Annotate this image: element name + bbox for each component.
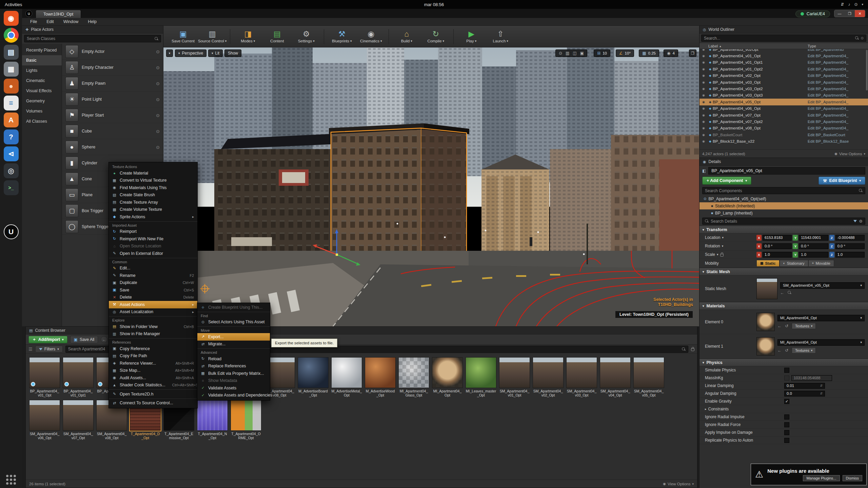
menu-help[interactable]: Help: [83, 19, 101, 24]
dock-item-ubuntu[interactable]: ◉: [4, 11, 19, 26]
material-combo[interactable]: MI_Apartment04_Opt▾: [777, 315, 865, 321]
edit-blueprint-link[interactable]: Edit BP_Apartment04_: [808, 80, 868, 85]
place-actor-player-start[interactable]: ⚑Player Start⊙: [62, 107, 163, 123]
component-row[interactable]: ■BP_Lamp (Inherited): [699, 209, 868, 217]
menu-item-show-in-file-manager[interactable]: ▥Show in File Manager: [109, 330, 197, 338]
menu-item-asset-actions[interactable]: ⚒Asset Actions▸: [109, 301, 197, 308]
use-selected-icon[interactable]: ←: [777, 324, 782, 328]
visibility-eye-icon[interactable]: ◉: [699, 107, 708, 110]
location-x-input[interactable]: 6153.8183: [763, 235, 792, 241]
transform-section-header[interactable]: ▾Transform: [699, 226, 868, 233]
rotation-x-input[interactable]: 0.0 °: [763, 243, 792, 249]
power-icon[interactable]: ⊙: [854, 2, 857, 7]
asset-tile[interactable]: T_Apartment04_N_Opt: [197, 400, 228, 440]
scale-y-input[interactable]: 1.0: [799, 252, 828, 258]
dock-item-vscode[interactable]: ⊲: [4, 146, 19, 161]
dock-item-a-app[interactable]: A: [4, 113, 19, 127]
asset-tile[interactable]: SM_Apartment04_v01_Opt: [499, 357, 530, 397]
material-thumbnail[interactable]: [756, 313, 775, 331]
menu-item-bulk-edit-via-property-matrix[interactable]: ▦Bulk Edit via Property Matrix...: [197, 370, 270, 377]
visibility-eye-icon[interactable]: ◉: [699, 67, 708, 71]
screenshot-icon[interactable]: ◫: [573, 51, 576, 56]
category-all-classes[interactable]: All Classes: [22, 116, 62, 126]
camera-icon[interactable]: ▥: [566, 51, 569, 56]
place-actor-empty-actor[interactable]: ◇Empty Actor⊙: [62, 44, 163, 60]
outliner-row[interactable]: ◉◆BP_Apartment04_v07_OptEdit BP_Apartmen…: [699, 112, 868, 118]
outliner-row[interactable]: ◉◆BP_Apartment03_v02OptEdit BP_Apartment…: [699, 49, 868, 53]
viewport-scene[interactable]: [163, 47, 699, 326]
dock-item-texteditor[interactable]: ≡: [4, 96, 19, 110]
outliner-row[interactable]: ◉◆BP_Block12_Base_v22Edit BP_Block12_Bas…: [699, 138, 868, 144]
edit-blueprint-link[interactable]: Edit BP_BasketCourt: [808, 133, 868, 137]
content-button[interactable]: ▤Content: [263, 27, 291, 46]
search-components-input[interactable]: Search Components: [702, 187, 865, 194]
visibility-eye-icon[interactable]: ◉: [699, 81, 708, 84]
category-recently-placed[interactable]: Recently Placed: [22, 45, 62, 55]
asset-tile[interactable]: SM_Apartment04_v06_Opt: [29, 400, 60, 440]
menu-item-find-materials-using-this[interactable]: ◉Find Materials Using This: [109, 184, 197, 191]
lock-icon[interactable]: [691, 348, 694, 351]
edit-blueprint-link[interactable]: Edit BP_Block12_Base: [808, 139, 868, 144]
outliner-row[interactable]: ◉◆BP_Apartment04_v05_OptEdit BP_Apartmen…: [699, 99, 868, 105]
place-actor-cube[interactable]: ■Cube⊙: [62, 123, 163, 139]
checkbox[interactable]: ✓: [784, 399, 789, 404]
system-clock[interactable]: mar 08:56: [424, 2, 444, 7]
grid-snap-control[interactable]: ⊞10: [594, 49, 610, 57]
menu-item-shader-cook-statistics[interactable]: ▲Shader Cook Statistics...Ctrl+Alt+Shift…: [109, 382, 197, 389]
activities-button[interactable]: Activities: [0, 2, 27, 7]
lit-mode-button[interactable]: ▾Lit: [208, 49, 223, 57]
asset-tile[interactable]: SM_Apartment04_v02_Opt: [533, 357, 564, 397]
menu-item-validate-assets[interactable]: ✓Validate Assets: [197, 384, 270, 392]
back-button[interactable]: ←: [101, 336, 107, 343]
edit-blueprint-link[interactable]: Edit BP_Apartment04_: [808, 126, 868, 130]
asset-tile[interactable]: M_AdvertiseBoard_Opt: [298, 357, 329, 397]
checkbox[interactable]: [784, 422, 789, 427]
rotation-label[interactable]: Rotation▾: [699, 244, 756, 248]
static-mesh-thumbnail[interactable]: [756, 278, 777, 299]
menu-edit[interactable]: Edit: [42, 19, 59, 24]
build-button[interactable]: ⌂Build▾: [392, 27, 421, 46]
visibility-eye-icon[interactable]: ◉: [699, 87, 708, 90]
component-row[interactable]: ■StaticMesh (Inherited): [699, 202, 868, 209]
visibility-eye-icon[interactable]: ◉: [699, 54, 708, 58]
menu-item-select-actors-using-this-asset[interactable]: ⊙Select Actors Using This Asset: [197, 319, 270, 326]
edit-blueprint-link[interactable]: Edit BP_Apartment04_: [808, 93, 868, 98]
scale-z-input[interactable]: 1.0: [835, 252, 865, 258]
scale-snap-control[interactable]: ▦0.25: [639, 49, 659, 57]
value-input[interactable]: 0.01⇵: [784, 383, 825, 389]
outliner-row[interactable]: ◉◆BP_Apartment04_v03_OptEdit BP_Apartmen…: [699, 79, 868, 85]
visibility-eye-icon[interactable]: ◉: [699, 133, 708, 137]
menu-item-open-in-external-editor[interactable]: ✎Open In External Editor: [109, 250, 197, 257]
edit-blueprint-link[interactable]: Edit BP_Apartment04_: [808, 54, 868, 58]
visibility-eye-icon[interactable]: ◉: [699, 114, 708, 117]
reset-icon[interactable]: ↺: [785, 324, 788, 328]
checkbox[interactable]: [784, 438, 789, 443]
viewport-options-button[interactable]: ▾: [166, 49, 173, 57]
asset-tile[interactable]: MI_Apartment04_Glass_Opt: [398, 357, 429, 397]
category-basic[interactable]: Basic: [22, 55, 62, 65]
menu-item-size-map[interactable]: ▦Size Map...Alt+Shift+M: [109, 367, 197, 374]
place-actors-search-input[interactable]: Search Classes: [24, 35, 161, 42]
place-actor-empty-character[interactable]: ♙Empty Character⊙: [62, 60, 163, 76]
category-lights[interactable]: Lights: [22, 65, 62, 76]
menu-item-migrate[interactable]: ⇄Migrate...: [197, 341, 270, 348]
outliner-view-options-button[interactable]: ◉View Options▾: [834, 152, 865, 156]
level-tab[interactable]: Town10HD_Opt: [36, 10, 81, 18]
launch-button[interactable]: ⇧Launch▾: [486, 27, 515, 46]
visibility-eye-icon[interactable]: ◉: [699, 140, 708, 143]
system-tray[interactable]: ⇵ ♪ ⊙ ▾: [841, 2, 868, 7]
use-selected-icon[interactable]: ←: [780, 290, 784, 295]
asset-tile[interactable]: SM_Apartment04_v05_Opt: [633, 357, 664, 397]
edit-blueprint-link[interactable]: Edit BP_Apartment04_: [808, 106, 868, 111]
asset-tile[interactable]: T_Apartment04_ORME_Opt: [231, 400, 261, 440]
asset-tile[interactable]: MI_Apartment04_Opt: [432, 357, 463, 397]
reset-icon[interactable]: ↺: [785, 348, 788, 353]
menu-item-copy-reference[interactable]: ▣Copy Reference: [109, 345, 197, 352]
type-column-header[interactable]: Type: [808, 44, 868, 48]
menu-item-delete[interactable]: ✕DeleteDelete: [109, 294, 197, 301]
value-input[interactable]: 0.0⇵: [784, 391, 825, 396]
asset-tile[interactable]: MI_Leaves_master_Opt: [466, 357, 496, 397]
outliner-row[interactable]: ◉◆BP_Apartment04_v07_Opt2Edit BP_Apartme…: [699, 118, 868, 125]
menu-item-create-texture-array[interactable]: ▤Create Texture Array: [109, 199, 197, 206]
asset-tile[interactable]: SM_Apartment04_v04_Opt: [600, 357, 631, 397]
